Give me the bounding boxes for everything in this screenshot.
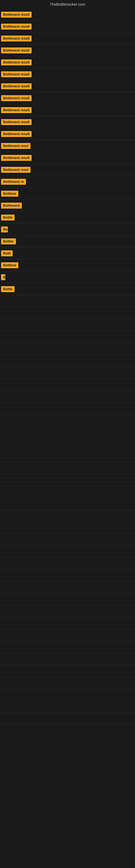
list-item: Bottle [0,283,135,295]
bottleneck-result-badge[interactable]: Bottleneck result [1,83,32,89]
empty-row [0,462,135,474]
empty-row [0,713,135,725]
empty-row [0,510,135,522]
bottleneck-result-badge[interactable]: Bottle [1,215,14,220]
empty-row [0,653,135,665]
empty-row [0,331,135,343]
bottleneck-result-badge[interactable]: Bottleneck result [1,131,32,137]
list-item: Bottlene [0,259,135,271]
empty-row [0,426,135,438]
empty-row [0,689,135,701]
list-item: Bottleneck result [0,21,135,33]
empty-row [0,617,135,629]
empty-row [0,582,135,593]
bottleneck-result-badge[interactable]: Bottleneck result [1,119,32,125]
empty-row [0,319,135,331]
bottleneck-result-badge[interactable]: Bottlene [1,191,18,197]
list-item: Bottleneck result [0,68,135,80]
empty-row [0,474,135,486]
bottleneck-result-badge[interactable]: Bottleneck [1,203,22,209]
empty-row [0,486,135,498]
site-title: TheBottlenecker.com [0,0,135,9]
empty-row [0,641,135,653]
bottleneck-result-badge[interactable]: Bottleneck re [1,179,26,185]
empty-row [0,450,135,462]
empty-row [0,355,135,367]
empty-row [0,629,135,641]
bottleneck-result-badge[interactable]: Bottleneck result [1,71,32,77]
empty-row [0,379,135,391]
list-item: Bottleneck [0,199,135,212]
bottleneck-result-badge[interactable]: Bo [1,226,8,232]
bottleneck-result-badge[interactable]: Bottl [1,250,13,256]
bottleneck-result-badge[interactable]: Bottleneck result [1,107,32,113]
list-item: Bo [0,223,135,236]
list-item: Bottleneck result [0,33,135,44]
empty-row [0,569,135,582]
bottleneck-result-badge[interactable]: B [1,274,5,280]
bottleneck-result-badge[interactable]: Bottleneck result [1,59,32,65]
list-item: Bottleneck result [0,44,135,56]
bottleneck-result-badge[interactable]: Bottleneck result [1,155,32,161]
list-item: Bottleneck resul [0,164,135,176]
empty-row [0,677,135,689]
empty-row [0,403,135,414]
empty-row [0,438,135,450]
list-item: Bottleneck result [0,116,135,128]
empty-row [0,295,135,307]
empty-row [0,558,135,569]
empty-row [0,307,135,319]
bottleneck-result-badge[interactable]: Bottleneck resul [1,167,31,173]
list-item: B [0,271,135,283]
bottleneck-result-badge[interactable]: Bottleneck result [1,35,32,41]
list-item: Bottleneck result [0,104,135,116]
bottleneck-result-badge[interactable]: Bottleneck resul [1,143,31,149]
empty-row [0,593,135,606]
bottleneck-result-badge[interactable]: Bottleneck result [1,48,32,54]
empty-row [0,534,135,546]
empty-row [0,367,135,379]
list-item: Bottleneck result [0,56,135,68]
list-item: Bottleneck resul [0,140,135,152]
bottleneck-result-badge[interactable]: Bottleneck result [1,12,32,18]
bottleneck-result-badge[interactable]: Bottlene [1,262,18,268]
list-item: Bottleneck re [0,176,135,188]
list-item: Bottleneck result [0,152,135,164]
empty-row [0,665,135,677]
empty-row [0,606,135,617]
list-item: Bottleneck result [0,92,135,104]
list-item: Bottleneck result [0,80,135,92]
bottleneck-result-badge[interactable]: Bottleneck result [1,95,32,101]
list-item: Bottle [0,212,135,223]
list-item: Bottler [0,236,135,247]
bottleneck-result-badge[interactable]: Bottle [1,286,14,292]
list-item: Bottl [0,247,135,259]
empty-row [0,414,135,426]
empty-row [0,701,135,713]
empty-row [0,498,135,510]
empty-row [0,343,135,355]
list-item: Bottlene [0,188,135,199]
empty-row [0,391,135,403]
empty-row [0,522,135,534]
list-item: Bottleneck result [0,128,135,140]
empty-row [0,546,135,558]
list-item: Bottleneck result [0,9,135,21]
bottleneck-result-badge[interactable]: Bottler [1,239,16,244]
bottleneck-result-badge[interactable]: Bottleneck result [1,24,32,30]
